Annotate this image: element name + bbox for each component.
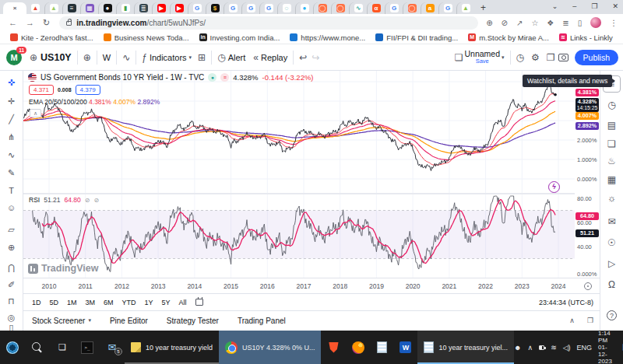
rsi-settings-icon[interactable]: ⊘ [93, 197, 99, 204]
bookmark-item[interactable]: ≋Links - Linkly [559, 33, 613, 42]
range-1d-button[interactable]: 1D [32, 299, 41, 306]
pane-divider[interactable] [23, 193, 600, 194]
year-label[interactable]: 2017 [297, 282, 312, 290]
browser-tab[interactable]: ▮ [116, 2, 134, 14]
range-all-button[interactable]: All [179, 299, 187, 306]
browser-tab[interactable]: ∿ [349, 2, 367, 14]
brush-tool-icon[interactable]: ✎ [0, 168, 23, 178]
pitchfork-tool-icon[interactable]: ⋔ [0, 132, 23, 142]
browser-tab[interactable]: ▲ [456, 2, 474, 14]
news-icon[interactable]: ▤ [600, 120, 623, 131]
browser-tab[interactable]: a [421, 2, 438, 14]
tab-pine-editor[interactable]: Pine Editor [110, 317, 148, 325]
reload-icon[interactable]: ↻ [43, 18, 50, 28]
range-5d-button[interactable]: 5D [50, 299, 59, 306]
taskbar-sticky-note[interactable]: 10 year treasury yield [125, 331, 219, 364]
taskbar-word[interactable]: W [393, 331, 417, 364]
bookmark-item[interactable]: FII/FPI & DII trading... [375, 33, 458, 42]
boost-lightning-icon[interactable]: ϟ [548, 181, 560, 193]
price-chart[interactable] [23, 71, 575, 193]
symbol-search-icon[interactable]: ⊕ [30, 52, 37, 63]
taskbar-chrome[interactable]: US10Y 4.328% 0% U... [219, 331, 321, 364]
range-1m-button[interactable]: 1M [67, 299, 77, 306]
bookmark-item[interactable]: Mm.Stock by Mirae A... [468, 33, 549, 42]
redo-icon[interactable]: ↪ [312, 52, 319, 63]
year-label[interactable]: 2012 [114, 282, 129, 290]
user-avatar[interactable]: M11 [6, 50, 22, 65]
browser-tab[interactable]: ▶ [152, 2, 170, 14]
browser-tab[interactable]: ▲ [44, 2, 62, 14]
bookmark-item[interactable]: Business News Toda... [104, 33, 189, 42]
snapshot-camera-icon[interactable] [558, 54, 568, 61]
chevron-down-icon[interactable]: ▾ [189, 54, 192, 61]
taskbar-notepad[interactable]: 10 year treasury yiel... [417, 331, 514, 364]
bookmark-item[interactable]: Kite - Zerodha's fast... [10, 33, 93, 42]
taskbar-task-view[interactable]: ❏ [50, 331, 75, 364]
year-label[interactable]: 2014 [187, 282, 202, 290]
rsi-chart[interactable] [23, 194, 575, 278]
fullscreen-icon[interactable]: ❐ [547, 52, 555, 63]
browser-tab[interactable]: α [367, 2, 385, 14]
zoom-in-tool-icon[interactable]: ⊕ [0, 243, 23, 253]
chart-legend[interactable]: US Government Bonds 10 YR Yield - 1W - T… [28, 73, 314, 82]
calendar-icon[interactable]: ▦ [600, 174, 623, 185]
tab-stock-screener[interactable]: Stock Screener▾ [32, 317, 91, 325]
speaker-icon[interactable]: ◁) [563, 344, 571, 352]
taskbar-terminal[interactable]: >_ [75, 331, 100, 364]
publish-button[interactable]: Publish [575, 50, 618, 65]
year-label[interactable]: 2020 [406, 282, 421, 290]
panel-maximize-icon[interactable]: ❐ [587, 317, 593, 324]
side-panel-icon[interactable]: ▯ [578, 19, 583, 27]
layout-select-icon[interactable]: ❏ [455, 52, 463, 63]
clock-date[interactable]: 1:14 PM 01-12-2023 [598, 330, 616, 364]
layout-chevron-icon[interactable]: ▾ [502, 54, 505, 61]
year-label[interactable]: 2016 [260, 282, 275, 290]
browser-tab[interactable]: ◯ [313, 2, 331, 14]
chart-style-icon[interactable]: ∿ [122, 52, 130, 63]
hide-drawings-tool-icon[interactable]: ◎ [0, 313, 23, 323]
year-label[interactable]: 2019 [369, 282, 384, 290]
url-bar[interactable]: in.tradingview.com/chart/5wuNJfPs/ [59, 16, 478, 30]
extensions-icon[interactable]: ❖ [547, 19, 554, 27]
text-tool-icon[interactable]: T [0, 186, 23, 196]
year-label[interactable]: 2018 [333, 282, 347, 290]
range-3m-button[interactable]: 3M [86, 299, 96, 306]
browser-tab[interactable]: × [3, 2, 26, 14]
forward-icon[interactable]: → [26, 18, 34, 27]
time-axis[interactable]: 2010201120122013201420152016201720182019… [23, 278, 600, 293]
legend-menu-icon[interactable]: ≡ [220, 73, 229, 82]
chats-icon[interactable]: ✉ [600, 216, 623, 227]
legend-collapse-button[interactable]: ∧ [30, 109, 41, 117]
browser-tab[interactable]: ◯ [331, 2, 349, 14]
year-label[interactable]: 2022 [478, 282, 493, 290]
browser-tab[interactable]: ◯ [403, 2, 421, 14]
taskbar-brave[interactable] [321, 331, 346, 364]
interval-button[interactable]: W [103, 53, 111, 62]
magnet-tool-icon[interactable]: ⋂ [0, 263, 23, 273]
year-label[interactable]: 2011 [79, 282, 93, 290]
back-icon[interactable]: ← [9, 18, 17, 27]
tab-search-icon[interactable]: ⌄ [552, 2, 558, 10]
new-tab-button[interactable]: + [480, 3, 486, 12]
share-icon[interactable]: ↗ [516, 19, 523, 27]
year-label[interactable]: 2010 [42, 282, 57, 290]
battery-icon[interactable] [539, 345, 544, 350]
trend-line-tool-icon[interactable]: ╱ [0, 114, 23, 124]
range-6m-button[interactable]: 6M [104, 299, 114, 306]
rsi-eye-icon[interactable]: ⊘ [85, 197, 90, 204]
browser-tab[interactable]: ● [98, 2, 116, 14]
rsi-legend[interactable]: RSI 51.21 64.80 ⊘ ⊘ [29, 196, 99, 204]
year-label[interactable]: 2024 [551, 282, 566, 290]
browser-tab[interactable]: $ [206, 2, 224, 14]
indicator-templates-icon[interactable]: ⊞ [198, 52, 206, 63]
zoom-icon[interactable]: ⊕ [486, 19, 492, 27]
browser-tab[interactable]: ▲ [26, 2, 44, 14]
browser-tab[interactable]: ▦ [80, 2, 98, 14]
browser-tab[interactable]: G [188, 2, 206, 14]
year-label[interactable]: 2013 [151, 282, 166, 290]
streams-icon[interactable]: ☉ [600, 237, 623, 248]
minimize-button[interactable]: – [572, 2, 576, 10]
people-icon[interactable]: ☻ [514, 344, 521, 352]
drawing-lock-tool-icon[interactable]: ✐ [0, 280, 23, 290]
settings-gear-icon[interactable]: ⚙ [531, 52, 540, 63]
